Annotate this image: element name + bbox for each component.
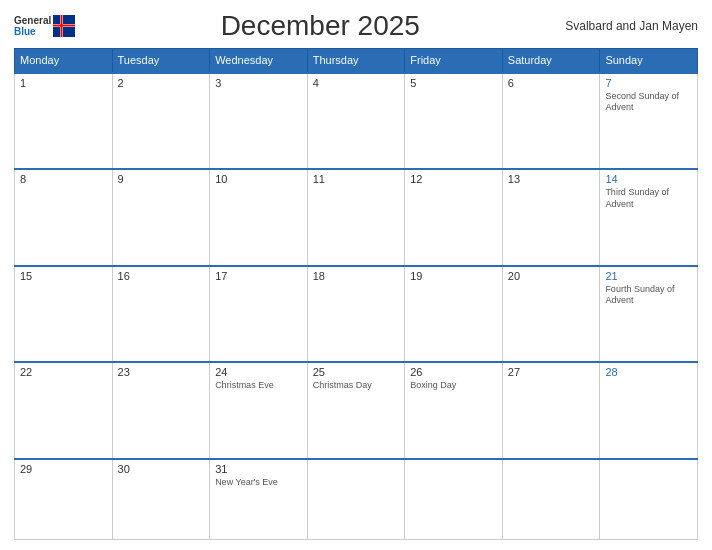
holiday-label: Fourth Sunday of Advent xyxy=(605,284,692,307)
day-number: 3 xyxy=(215,77,302,89)
day-number: 20 xyxy=(508,270,595,282)
col-thursday: Thursday xyxy=(307,49,405,73)
day-number: 11 xyxy=(313,173,400,185)
day-cell: 16 xyxy=(112,266,210,363)
day-cell: 24Christmas Eve xyxy=(210,362,308,459)
day-number: 16 xyxy=(118,270,205,282)
day-cell: 17 xyxy=(210,266,308,363)
day-cell: 23 xyxy=(112,362,210,459)
day-cell: 31New Year's Eve xyxy=(210,459,308,540)
svg-rect-4 xyxy=(53,25,75,27)
day-cell: 22 xyxy=(15,362,113,459)
day-number: 12 xyxy=(410,173,497,185)
day-cell: 4 xyxy=(307,73,405,170)
day-number: 28 xyxy=(605,366,692,378)
day-number: 8 xyxy=(20,173,107,185)
header: General Blue December 2025 Svalbard and … xyxy=(14,10,698,42)
day-cell: 6 xyxy=(502,73,600,170)
region-label: Svalbard and Jan Mayen xyxy=(565,19,698,33)
day-number: 18 xyxy=(313,270,400,282)
day-cell xyxy=(405,459,503,540)
col-wednesday: Wednesday xyxy=(210,49,308,73)
day-cell: 11 xyxy=(307,169,405,266)
day-cell xyxy=(502,459,600,540)
day-cell: 8 xyxy=(15,169,113,266)
logo-blue-text: Blue xyxy=(14,26,51,37)
day-cell: 20 xyxy=(502,266,600,363)
day-number: 21 xyxy=(605,270,692,282)
col-tuesday: Tuesday xyxy=(112,49,210,73)
day-cell: 21Fourth Sunday of Advent xyxy=(600,266,698,363)
logo-general-text: General xyxy=(14,15,51,26)
weekday-header-row: Monday Tuesday Wednesday Thursday Friday… xyxy=(15,49,698,73)
day-number: 29 xyxy=(20,463,107,475)
day-cell xyxy=(307,459,405,540)
day-number: 5 xyxy=(410,77,497,89)
week-row-1: 1234567Second Sunday of Advent xyxy=(15,73,698,170)
day-number: 17 xyxy=(215,270,302,282)
day-number: 10 xyxy=(215,173,302,185)
day-cell: 5 xyxy=(405,73,503,170)
day-cell: 14Third Sunday of Advent xyxy=(600,169,698,266)
col-monday: Monday xyxy=(15,49,113,73)
col-friday: Friday xyxy=(405,49,503,73)
day-number: 31 xyxy=(215,463,302,475)
month-title: December 2025 xyxy=(75,10,565,42)
day-number: 4 xyxy=(313,77,400,89)
day-cell: 1 xyxy=(15,73,113,170)
week-row-2: 891011121314Third Sunday of Advent xyxy=(15,169,698,266)
day-cell: 26Boxing Day xyxy=(405,362,503,459)
day-number: 1 xyxy=(20,77,107,89)
day-number: 23 xyxy=(118,366,205,378)
day-cell: 10 xyxy=(210,169,308,266)
calendar-page: General Blue December 2025 Svalbard and … xyxy=(0,0,712,550)
day-number: 14 xyxy=(605,173,692,185)
day-number: 6 xyxy=(508,77,595,89)
day-number: 22 xyxy=(20,366,107,378)
week-row-4: 222324Christmas Eve25Christmas Day26Boxi… xyxy=(15,362,698,459)
day-number: 19 xyxy=(410,270,497,282)
day-number: 15 xyxy=(20,270,107,282)
day-cell: 30 xyxy=(112,459,210,540)
day-cell: 29 xyxy=(15,459,113,540)
day-number: 9 xyxy=(118,173,205,185)
day-cell: 15 xyxy=(15,266,113,363)
holiday-label: Boxing Day xyxy=(410,380,497,392)
holiday-label: Second Sunday of Advent xyxy=(605,91,692,114)
day-cell: 19 xyxy=(405,266,503,363)
logo: General Blue xyxy=(14,15,75,37)
logo-flag-icon xyxy=(53,15,75,37)
holiday-label: Third Sunday of Advent xyxy=(605,187,692,210)
day-number: 25 xyxy=(313,366,400,378)
week-row-5: 293031New Year's Eve xyxy=(15,459,698,540)
day-cell: 7Second Sunday of Advent xyxy=(600,73,698,170)
holiday-label: New Year's Eve xyxy=(215,477,302,489)
day-cell: 2 xyxy=(112,73,210,170)
day-cell: 25Christmas Day xyxy=(307,362,405,459)
day-number: 27 xyxy=(508,366,595,378)
day-cell xyxy=(600,459,698,540)
week-row-3: 15161718192021Fourth Sunday of Advent xyxy=(15,266,698,363)
day-cell: 18 xyxy=(307,266,405,363)
calendar-table: Monday Tuesday Wednesday Thursday Friday… xyxy=(14,48,698,540)
day-cell: 13 xyxy=(502,169,600,266)
day-number: 7 xyxy=(605,77,692,89)
holiday-label: Christmas Eve xyxy=(215,380,302,392)
col-saturday: Saturday xyxy=(502,49,600,73)
day-number: 26 xyxy=(410,366,497,378)
day-cell: 27 xyxy=(502,362,600,459)
day-number: 30 xyxy=(118,463,205,475)
day-cell: 12 xyxy=(405,169,503,266)
holiday-label: Christmas Day xyxy=(313,380,400,392)
day-cell: 3 xyxy=(210,73,308,170)
day-cell: 28 xyxy=(600,362,698,459)
day-cell: 9 xyxy=(112,169,210,266)
day-number: 2 xyxy=(118,77,205,89)
day-number: 24 xyxy=(215,366,302,378)
col-sunday: Sunday xyxy=(600,49,698,73)
day-number: 13 xyxy=(508,173,595,185)
